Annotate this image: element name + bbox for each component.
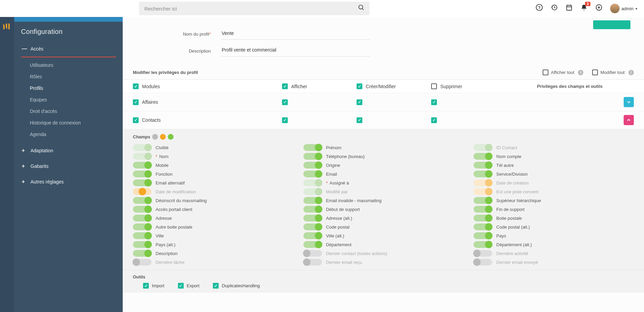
field-toggle[interactable] — [133, 232, 152, 239]
nav-item-profils[interactable]: Profils — [28, 82, 116, 94]
field-toggle[interactable] — [303, 153, 322, 160]
creer-checkbox[interactable] — [357, 99, 362, 105]
show-all-checkbox[interactable]: Afficher tout i — [543, 70, 583, 75]
nav-group-gabarits[interactable]: + Gabarits — [21, 158, 116, 174]
field-toggle[interactable] — [303, 144, 322, 151]
supprimer-checkbox[interactable] — [431, 117, 437, 123]
field-toggle[interactable] — [303, 179, 322, 186]
field-toggle[interactable] — [303, 259, 322, 266]
field-toggle[interactable] — [133, 223, 152, 230]
field-toggle[interactable] — [133, 197, 152, 204]
field-toggle[interactable] — [133, 162, 152, 169]
search-icon[interactable] — [358, 4, 365, 13]
expand-button[interactable] — [624, 115, 634, 125]
field-toggle[interactable] — [474, 188, 492, 195]
field-row: Pays — [474, 231, 634, 240]
field-toggle[interactable] — [133, 206, 152, 213]
field-toggle[interactable] — [474, 206, 492, 213]
logo-icon[interactable] — [2, 20, 12, 31]
field-label: Début de support — [326, 207, 360, 212]
field-toggle[interactable] — [303, 215, 322, 221]
field-label: ID Contact — [496, 145, 517, 150]
field-toggle[interactable] — [474, 144, 492, 151]
field-toggle[interactable] — [474, 223, 492, 230]
module-checkbox[interactable] — [133, 99, 139, 105]
tool-checkbox[interactable] — [143, 283, 149, 289]
field-toggle[interactable] — [303, 162, 322, 169]
search-input[interactable] — [139, 2, 369, 15]
tools-section: Outils ImportExportDuplicatesHandling — [123, 270, 644, 293]
notifications-icon[interactable]: 3 — [580, 4, 588, 13]
nav-item-equipes[interactable]: Equipes — [28, 94, 116, 105]
creer-checkbox[interactable] — [357, 83, 362, 89]
field-toggle[interactable] — [133, 241, 152, 248]
info-icon: i — [628, 70, 634, 75]
nav-group-acces[interactable]: — Accès — [21, 41, 116, 57]
tool-checkbox[interactable] — [213, 283, 219, 289]
field-toggle[interactable] — [303, 206, 322, 213]
field-toggle[interactable] — [474, 250, 492, 257]
field-toggle[interactable] — [474, 179, 492, 186]
field-label: Adresse (alt.) — [326, 216, 352, 221]
field-toggle[interactable] — [474, 215, 492, 221]
field-toggle[interactable] — [303, 241, 322, 248]
sidebar-accent — [14, 17, 123, 22]
field-label: Pays — [496, 233, 506, 238]
field-toggle[interactable] — [133, 215, 152, 221]
edit-all-checkbox[interactable]: Modifier tout i — [592, 70, 634, 75]
field-toggle[interactable] — [303, 171, 322, 177]
creer-checkbox[interactable] — [357, 117, 362, 123]
field-label: Code postal (alt.) — [496, 225, 530, 230]
field-toggle[interactable] — [133, 179, 152, 186]
help-icon[interactable]: ? — [536, 4, 543, 13]
module-checkbox[interactable] — [133, 117, 139, 123]
field-toggle[interactable] — [474, 259, 492, 266]
supprimer-checkbox[interactable] — [431, 83, 437, 89]
field-toggle[interactable] — [303, 232, 322, 239]
field-toggle[interactable] — [474, 197, 492, 204]
nav-item-agenda[interactable]: Agenda — [28, 129, 116, 140]
field-toggle[interactable] — [303, 250, 322, 257]
calendar-icon[interactable] — [565, 4, 573, 13]
modules-checkbox[interactable] — [133, 83, 139, 89]
field-toggle[interactable] — [474, 171, 492, 177]
field-row: Tél autre — [474, 161, 634, 170]
field-toggle[interactable] — [474, 153, 492, 160]
field-toggle[interactable] — [474, 162, 492, 169]
field-toggle[interactable] — [133, 188, 152, 195]
field-toggle[interactable] — [133, 250, 152, 257]
field-toggle[interactable] — [474, 241, 492, 248]
name-value[interactable]: Vente — [221, 28, 370, 40]
desc-value[interactable]: Profil vente et commercial — [221, 45, 370, 57]
nav-group-autres[interactable]: + Autres réglages — [21, 174, 116, 190]
field-toggle[interactable] — [303, 197, 322, 204]
expand-button[interactable] — [624, 97, 634, 107]
field-row: Est une piste converti — [474, 187, 634, 196]
svg-text:?: ? — [538, 5, 540, 10]
tool-checkbox[interactable] — [178, 283, 184, 289]
user-menu[interactable]: admin ▾ — [610, 4, 637, 13]
afficher-checkbox[interactable] — [282, 99, 288, 105]
supprimer-checkbox[interactable] — [431, 99, 437, 105]
field-toggle[interactable] — [133, 171, 152, 177]
field-toggle[interactable] — [303, 188, 322, 195]
field-toggle[interactable] — [474, 232, 492, 239]
field-toggle[interactable] — [133, 153, 152, 160]
field-toggle[interactable] — [133, 144, 152, 151]
field-row: Téléphone (bureau) — [303, 152, 464, 161]
nav-group-adaptation[interactable]: + Adaptation — [21, 143, 116, 158]
afficher-checkbox[interactable] — [282, 83, 288, 89]
history-icon[interactable] — [550, 4, 558, 13]
field-toggle[interactable] — [303, 223, 322, 230]
add-icon[interactable] — [595, 4, 603, 13]
desc-label: Description — [133, 48, 221, 54]
avatar — [610, 4, 620, 13]
save-button[interactable] — [593, 20, 630, 29]
nav-item-utilisateurs[interactable]: Utilisateurs — [28, 59, 116, 71]
field-toggle[interactable] — [133, 259, 152, 266]
field-row: Code postal — [303, 222, 464, 231]
nav-item-historique[interactable]: Historique de connexion — [28, 117, 116, 129]
nav-item-roles[interactable]: Rôles — [28, 71, 116, 82]
nav-item-droit[interactable]: Droit d'accès — [28, 105, 116, 117]
afficher-checkbox[interactable] — [282, 117, 288, 123]
